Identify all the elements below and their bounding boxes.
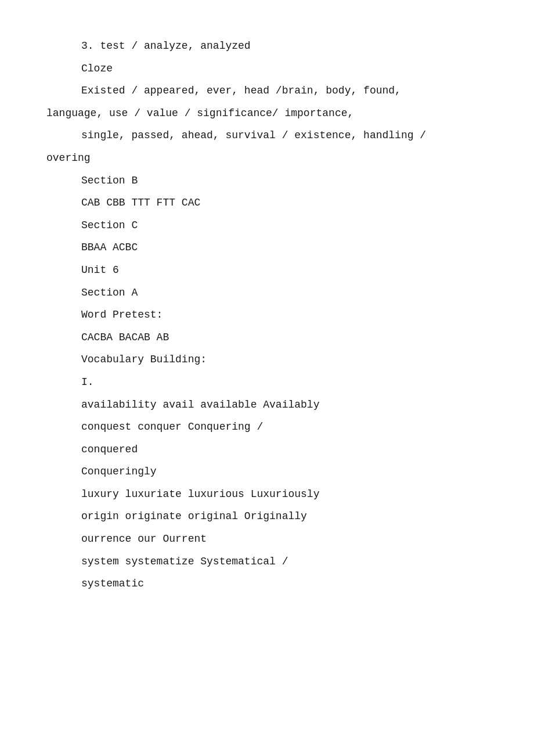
text-line-2: Existed / appeared, ever, head /brain, b… [46, 80, 511, 102]
text-line-23: system systematize Systematical / [46, 550, 511, 573]
text-line-5: overing [46, 147, 511, 170]
text-line-3: language, use / value / significance/ im… [46, 102, 511, 125]
text-line-4: single, passed, ahead, survival / existe… [46, 124, 511, 147]
text-line-12: Word Pretest: [46, 304, 511, 326]
text-line-20: luxury luxuriate luxurious Luxuriously [46, 483, 511, 506]
text-line-22: ourrence our Ourrent [46, 528, 511, 550]
text-line-13: CACBA BACAB AB [46, 326, 511, 349]
text-line-21: origin originate original Originally [46, 505, 511, 528]
text-line-0: 3. test / analyze, analyzed [46, 35, 511, 57]
text-line-17: conquest conquer Conquering / [46, 416, 511, 438]
text-line-24: systematic [46, 573, 511, 595]
text-line-1: Cloze [46, 57, 511, 80]
text-line-14: Vocabulary Building: [46, 348, 511, 371]
text-line-10: Unit 6 [46, 259, 511, 282]
text-line-8: Section C [46, 214, 511, 237]
text-line-7: CAB CBB TTT FTT CAC [46, 192, 511, 214]
text-line-6: Section B [46, 170, 511, 192]
text-line-16: availability avail available Availably [46, 394, 511, 416]
main-content: 3. test / analyze, analyzedClozeExisted … [46, 35, 511, 595]
text-line-15: I. [46, 371, 511, 394]
text-line-18: conquered [46, 438, 511, 461]
text-line-9: BBAA ACBC [46, 236, 511, 259]
text-line-11: Section A [46, 282, 511, 304]
text-line-19: Conqueringly [46, 460, 511, 483]
